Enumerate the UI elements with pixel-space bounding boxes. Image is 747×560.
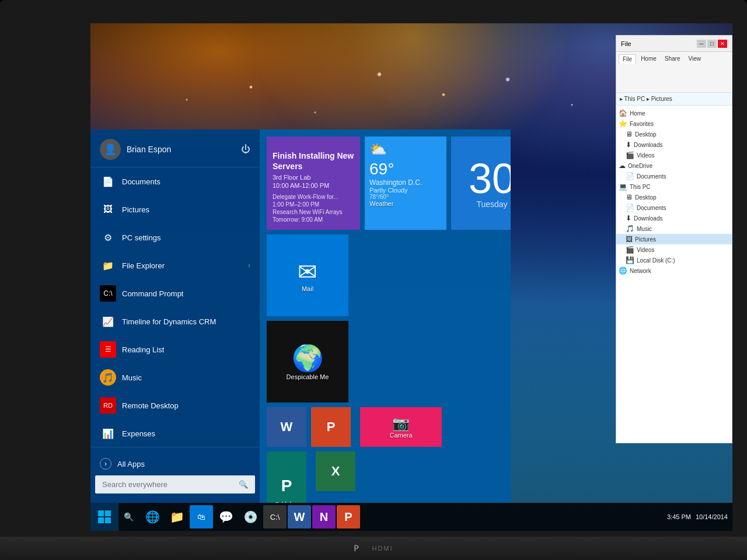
calendar-content: Finish Installing New Servers 3rd Floor … xyxy=(273,150,354,224)
movie-icon: 🌍 xyxy=(292,343,324,373)
weather-icon: ⛅ xyxy=(369,141,442,158)
task-item-2-time: Tomorrow: 9:00 AM xyxy=(273,216,354,223)
taskbar-ppt[interactable]: P xyxy=(337,505,360,528)
tiles-row-5: P Publisher 2013 X xyxy=(267,452,504,503)
user-section: 👤 Brian Espon ⏻ xyxy=(90,130,260,167)
tab-share[interactable]: Share xyxy=(661,54,684,64)
tile-camera[interactable]: 📷 Camera xyxy=(360,407,442,447)
publisher-icon: P xyxy=(277,472,297,500)
timeline-crm-icon: 📈 xyxy=(100,313,116,330)
nav-item-reading-list[interactable]: ☰ Reading List xyxy=(90,335,260,363)
tile-publisher[interactable]: P Publisher 2013 xyxy=(267,452,306,503)
pictures-icon: 🖼 xyxy=(100,201,116,218)
task-time: 10:00 AM-12:00 PM xyxy=(273,182,354,189)
file-explorer-window: File ─ □ ✕ File Home Share View ▸ This P… xyxy=(616,35,732,443)
fe-item-network[interactable]: 🌐Network xyxy=(616,265,732,276)
nav-label-file-explorer: File Explorer xyxy=(122,261,165,270)
fe-item-downloads2[interactable]: ⬇Downloads xyxy=(616,213,732,223)
tile-movie[interactable]: 🌍 Despicable Me xyxy=(267,321,348,402)
ppt-icon: P xyxy=(327,419,336,435)
taskbar-word[interactable]: W xyxy=(288,505,311,528)
tasks-list: Delegate Work-Flow for... 1:00 PM–2:00 P… xyxy=(273,194,354,223)
tile-mail[interactable]: ✉ Mail xyxy=(267,235,348,316)
tile-excel[interactable]: X xyxy=(316,452,355,491)
file-explorer-title: File xyxy=(621,40,631,47)
address-bar[interactable]: ▸ This PC ▸ Pictures xyxy=(616,93,732,106)
taskbar-search-button[interactable]: 🔍 xyxy=(118,503,138,531)
nav-item-file-explorer[interactable]: 📁 File Explorer › xyxy=(90,251,260,279)
fe-item-music[interactable]: 🎵Music xyxy=(616,223,732,234)
fe-item-favorites[interactable]: ⭐Favorites xyxy=(616,118,732,129)
expenses-icon: 📊 xyxy=(100,425,116,442)
taskbar-file-explorer[interactable]: 📁 xyxy=(165,505,189,528)
ribbon-tabs: File Home Share View xyxy=(619,54,704,64)
taskbar-ie[interactable]: 🌐 xyxy=(141,505,164,528)
fe-item-documents-od[interactable]: 📄Documents xyxy=(616,171,732,181)
monitor-hdmi-label: HDMI xyxy=(372,545,393,552)
nav-items-list: 📄 Documents 🖼 Pictures ⚙ PC settings 📁 F… xyxy=(90,167,260,447)
taskbar-onenote[interactable]: N xyxy=(312,505,336,528)
taskbar-pinned-icons: 🌐 📁 🛍 💬 💿 C:\ W N P xyxy=(138,503,362,531)
nav-item-documents[interactable]: 📄 Documents xyxy=(90,167,260,195)
fe-item-home[interactable]: 🏠Home xyxy=(616,108,732,118)
folder-tree: 🏠Home ⭐Favorites 🖥Desktop ⬇Downloads 🎬Vi… xyxy=(616,106,732,442)
fe-item-local-disk[interactable]: 💾Local Disk (C:) xyxy=(616,255,732,265)
camera-icon: 📷 xyxy=(392,415,410,432)
nav-item-pictures[interactable]: 🖼 Pictures xyxy=(90,195,260,223)
start-button[interactable] xyxy=(90,503,118,531)
fe-item-videos2[interactable]: 🎬Videos xyxy=(616,244,732,255)
task-title: Finish Installing New Servers xyxy=(273,150,354,172)
nav-item-timeline-crm[interactable]: 📈 Timeline for Dynamics CRM xyxy=(90,307,260,335)
fe-item-documents2[interactable]: 📄Documents xyxy=(616,202,732,213)
weather-label: Weather xyxy=(369,200,442,207)
tab-home[interactable]: Home xyxy=(637,54,660,64)
fe-item-desktop[interactable]: 🖥Desktop xyxy=(616,129,732,139)
nav-item-expenses[interactable]: 📊 Expenses xyxy=(90,419,260,447)
nav-label-pictures: Pictures xyxy=(122,205,149,214)
mail-envelope-icon: ✉ xyxy=(298,258,317,285)
nav-label-reading-list: Reading List xyxy=(122,345,164,354)
search-icon: 🔍 xyxy=(239,480,248,489)
taskbar-skype[interactable]: 💬 xyxy=(214,505,238,528)
taskbar-setup[interactable]: 💿 xyxy=(239,505,262,528)
weather-city: Washington D.C. xyxy=(369,178,442,187)
nav-item-remote-desktop[interactable]: RD Remote Desktop xyxy=(90,391,260,419)
tile-word[interactable]: W xyxy=(267,407,306,447)
word-icon: W xyxy=(281,419,293,435)
tile-calendar-tasks[interactable]: Finish Installing New Servers 3rd Floor … xyxy=(267,136,360,230)
fe-item-videos[interactable]: 🎬Videos xyxy=(616,150,732,160)
start-menu: 👤 Brian Espon ⏻ 📄 Documents 🖼 Pictures xyxy=(90,130,511,503)
fe-item-downloads[interactable]: ⬇Downloads xyxy=(616,139,732,150)
win-logo-bl xyxy=(98,517,104,523)
tile-calendar-number[interactable]: 30 Tuesday xyxy=(451,136,511,230)
fe-item-onedrive[interactable]: ☁OneDrive xyxy=(616,160,732,171)
pc-settings-icon: ⚙ xyxy=(100,229,116,246)
monitor: File ─ □ ✕ File Home Share View ▸ This P… xyxy=(0,0,747,560)
music-icon: 🎵 xyxy=(100,369,116,386)
nav-item-music[interactable]: 🎵 Music xyxy=(90,363,260,391)
monitor-bottom-bar: 𝖯 HDMI xyxy=(0,537,747,560)
win-logo-br xyxy=(105,517,111,523)
maximize-button[interactable]: □ xyxy=(707,40,717,48)
fe-item-this-pc[interactable]: 💻This PC xyxy=(616,181,732,192)
tile-powerpoint[interactable]: P xyxy=(311,407,351,447)
nav-item-pc-settings[interactable]: ⚙ PC settings xyxy=(90,223,260,251)
close-button[interactable]: ✕ xyxy=(718,40,727,48)
fe-item-pictures[interactable]: 🖼Pictures xyxy=(616,234,732,244)
search-input[interactable] xyxy=(102,480,236,489)
tab-file[interactable]: File xyxy=(619,54,636,64)
power-button[interactable]: ⏻ xyxy=(241,144,250,155)
weather-condition: Partly Cloudy xyxy=(369,187,442,194)
tile-weather[interactable]: ⛅ 69° Washington D.C. Partly Cloudy 78°/… xyxy=(365,136,446,230)
nav-item-command-prompt[interactable]: C:\ Command Prompt xyxy=(90,279,260,307)
taskbar-cmd[interactable]: C:\ xyxy=(263,505,287,528)
calendar-number: 30 xyxy=(469,158,511,200)
minimize-button[interactable]: ─ xyxy=(697,40,706,48)
all-apps-button[interactable]: › All Apps xyxy=(90,452,260,475)
tab-view[interactable]: View xyxy=(685,54,705,64)
system-tray-time: 3:45 PM xyxy=(667,513,691,520)
taskbar-store[interactable]: 🛍 xyxy=(190,505,213,528)
task-item-1-time: 1:00 PM–2:00 PM xyxy=(273,201,354,208)
ribbon: File Home Share View xyxy=(616,52,732,93)
fe-item-desktop2[interactable]: 🖥Desktop xyxy=(616,192,732,202)
